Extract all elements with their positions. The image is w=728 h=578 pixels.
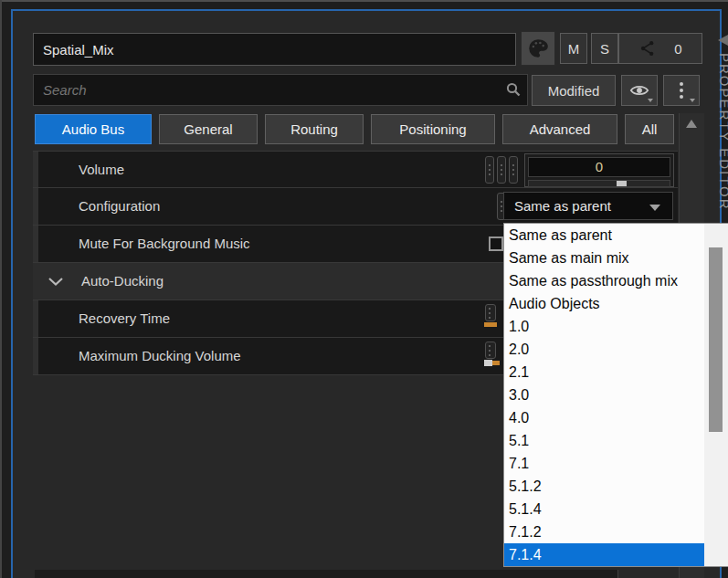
maximum-ducking-volume-label: Maximum Ducking Volume bbox=[79, 338, 241, 374]
dropdown-scrollbar-thumb[interactable] bbox=[709, 247, 723, 432]
mute-button[interactable]: M bbox=[560, 33, 587, 64]
volume-value-field[interactable]: 0 bbox=[528, 157, 670, 177]
tab-general[interactable]: General bbox=[159, 114, 258, 144]
row-grip bbox=[33, 226, 38, 262]
auto-ducking-label: Auto-Ducking bbox=[81, 263, 164, 300]
dropdown-option[interactable]: Same as parent bbox=[504, 224, 704, 247]
row-grip bbox=[33, 338, 38, 374]
kebab-menu-icon bbox=[680, 82, 683, 99]
property-row-configuration: Configuration Same as parent bbox=[33, 188, 678, 226]
dropdown-option-list: Same as parentSame as main mixSame as pa… bbox=[504, 224, 728, 566]
reference-count: 0 bbox=[674, 41, 681, 57]
configuration-dropdown[interactable]: Same as parent bbox=[503, 192, 673, 220]
horizontal-scroll-area bbox=[35, 570, 618, 578]
palette-icon bbox=[526, 37, 550, 60]
window-top-edge bbox=[0, 0, 728, 2]
dropdown-option[interactable]: Same as main mix bbox=[504, 247, 704, 269]
dropdown-option[interactable]: 7.1 bbox=[504, 452, 704, 475]
visibility-options-button[interactable] bbox=[621, 75, 658, 106]
dropdown-option[interactable]: 5.1.4 bbox=[504, 498, 704, 520]
dropdown-option[interactable]: 4.0 bbox=[504, 406, 704, 429]
dropdown-option[interactable]: 2.1 bbox=[504, 361, 704, 384]
dropdown-corner-arrow-icon bbox=[648, 99, 653, 102]
dropdown-option[interactable]: Same as passthrough mix bbox=[504, 269, 704, 292]
row-grip bbox=[33, 300, 38, 337]
solo-button[interactable]: S bbox=[591, 33, 618, 64]
eye-icon bbox=[629, 83, 649, 98]
configuration-dropdown-popup: Same as parentSame as main mixSame as pa… bbox=[503, 223, 728, 567]
mute-for-background-music-label: Mute For Background Music bbox=[79, 226, 250, 262]
object-name-input[interactable] bbox=[33, 33, 516, 66]
tab-advanced[interactable]: Advanced bbox=[502, 114, 617, 144]
dropdown-scrollbar-track[interactable] bbox=[704, 224, 728, 566]
dropdown-option[interactable]: 2.0 bbox=[504, 338, 704, 361]
dropdown-corner-arrow-icon bbox=[690, 99, 695, 102]
dropdown-option[interactable]: Audio Objects bbox=[504, 292, 704, 315]
search-field-wrap bbox=[33, 74, 528, 106]
tab-audio-bus[interactable]: Audio Bus bbox=[35, 114, 152, 144]
row-grip bbox=[33, 188, 38, 225]
link-indicator-pill[interactable] bbox=[485, 156, 494, 184]
row-grip bbox=[33, 152, 38, 187]
configuration-label: Configuration bbox=[79, 188, 160, 225]
dropdown-option[interactable]: 5.1.2 bbox=[504, 475, 704, 498]
dropdown-option[interactable]: 7.1.2 bbox=[504, 520, 704, 543]
link-indicator-pill[interactable] bbox=[485, 304, 496, 321]
modified-filter-button[interactable]: Modified bbox=[532, 75, 616, 106]
volume-label: Volume bbox=[79, 152, 124, 188]
share-icon bbox=[638, 39, 657, 58]
link-indicator-pill[interactable] bbox=[485, 342, 496, 359]
rtpc-indicator-pill[interactable] bbox=[497, 156, 506, 184]
color-picker-button[interactable] bbox=[521, 31, 555, 66]
dropdown-option[interactable]: 7.1.4 bbox=[504, 543, 704, 566]
configuration-dropdown-value: Same as parent bbox=[514, 198, 611, 214]
recovery-time-label: Recovery Time bbox=[79, 300, 170, 337]
volume-widget-frame: 0 bbox=[524, 153, 674, 187]
chevron-down-icon bbox=[649, 205, 660, 211]
randomizer-indicator-pill[interactable] bbox=[509, 156, 518, 184]
volume-slider[interactable] bbox=[528, 180, 670, 187]
window-left-edge bbox=[0, 0, 2, 578]
property-row-volume: Volume 0 bbox=[33, 151, 678, 188]
search-input[interactable] bbox=[33, 74, 528, 106]
max-ducking-slider-fill bbox=[492, 361, 500, 365]
collapse-panel-icon[interactable] bbox=[718, 35, 728, 46]
search-icon bbox=[505, 81, 522, 98]
more-options-button[interactable] bbox=[663, 75, 700, 106]
scroll-up-arrow-icon[interactable] bbox=[686, 120, 697, 128]
mute-for-background-music-checkbox[interactable] bbox=[489, 236, 503, 251]
dropdown-option[interactable]: 5.1 bbox=[504, 429, 704, 452]
tab-positioning[interactable]: Positioning bbox=[371, 114, 495, 144]
volume-slider-handle[interactable] bbox=[617, 181, 627, 186]
dropdown-option[interactable]: 3.0 bbox=[504, 384, 704, 406]
tab-all[interactable]: All bbox=[625, 114, 674, 144]
recovery-time-slider-fill bbox=[484, 322, 497, 327]
property-editor-panel: M S 0 Modified Audio Bus General Rou bbox=[11, 9, 722, 578]
tab-routing[interactable]: Routing bbox=[265, 114, 364, 144]
dropdown-option[interactable]: 1.0 bbox=[504, 315, 704, 338]
max-ducking-slider-handle[interactable] bbox=[484, 360, 492, 366]
references-button[interactable]: 0 bbox=[618, 33, 702, 64]
chevron-down-icon[interactable] bbox=[47, 277, 64, 287]
